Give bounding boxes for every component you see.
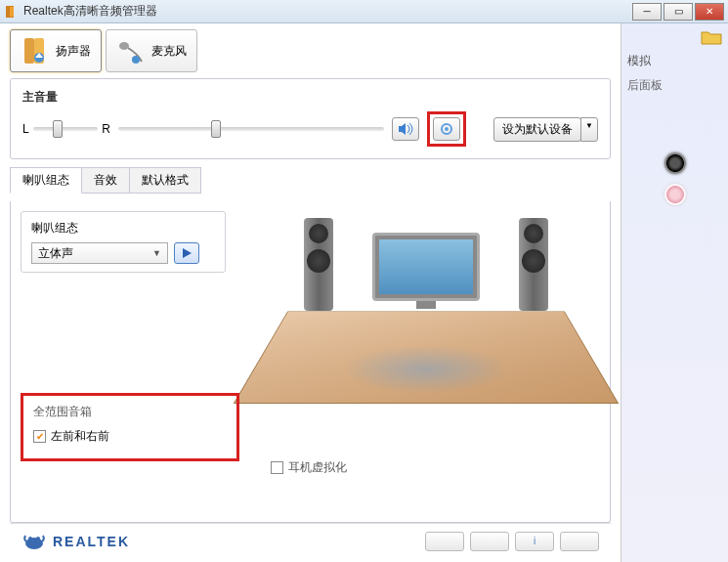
balance-right-label: R [102, 122, 110, 136]
tab-default-format[interactable]: 默认格式 [129, 167, 201, 194]
realtek-logo: REALTEK [21, 532, 130, 551]
headphone-virtualization-label: 耳机虚拟化 [288, 459, 347, 476]
device-tabs: 扬声器 麦克风 [10, 29, 611, 72]
side-sub: 后面板 [627, 77, 722, 94]
volume-label: 主音量 [22, 89, 598, 106]
svg-point-11 [36, 537, 40, 540]
footer: REALTEK i [10, 523, 611, 558]
test-play-button[interactable] [174, 242, 199, 264]
full-range-front-lr-checkbox[interactable]: ✔ 左前和右前 [33, 428, 109, 445]
right-speaker-graphic[interactable] [519, 218, 548, 311]
folder-icon[interactable] [701, 29, 722, 48]
brand-text: REALTEK [53, 534, 130, 549]
microphone-icon [116, 36, 146, 65]
svg-point-8 [445, 127, 449, 131]
balance-left-label: L [22, 122, 29, 136]
room-visualization [265, 213, 587, 438]
info-button[interactable]: i [515, 532, 554, 551]
highlight-box-connector [427, 111, 466, 147]
volume-slider[interactable] [118, 127, 384, 131]
crab-icon [21, 532, 47, 551]
svg-point-10 [28, 537, 32, 540]
checkbox-checked-icon: ✔ [33, 430, 46, 443]
side-panel: 模拟 后面板 [621, 23, 728, 562]
footer-button-2[interactable] [470, 532, 509, 551]
tab-speakers[interactable]: 扬声器 [10, 29, 102, 72]
svg-rect-2 [24, 38, 34, 64]
rear-jack-black[interactable] [664, 152, 686, 174]
monitor-graphic [372, 233, 480, 301]
titlebar: Realtek高清晰音频管理器 ─ ▭ ✕ [0, 0, 728, 23]
highlight-box-full-range: 全范围音箱 ✔ 左前和右前 [21, 393, 239, 461]
rear-jack-pink[interactable] [664, 184, 686, 205]
tab-microphone[interactable]: 麦克风 [106, 29, 197, 72]
tab-speakers-label: 扬声器 [56, 43, 91, 60]
speaker-sound-icon [398, 122, 413, 136]
left-speaker-graphic[interactable] [304, 218, 333, 311]
speaker-config-group: 喇叭组态 立体声 ▼ [21, 211, 226, 273]
ok-button[interactable] [560, 532, 599, 551]
set-default-dropdown[interactable]: ▼ [580, 117, 598, 142]
balance-slider[interactable]: L R [22, 122, 110, 136]
svg-rect-1 [10, 7, 14, 17]
footer-button-1[interactable] [425, 532, 464, 551]
headphone-virtualization-row: 耳机虚拟化 [271, 459, 347, 476]
play-icon [181, 247, 193, 259]
tab-sound-effect[interactable]: 音效 [81, 167, 130, 194]
set-default-button[interactable]: 设为默认设备 [493, 117, 581, 142]
speaker-config-label: 喇叭组态 [31, 220, 215, 237]
tab-speaker-config[interactable]: 喇叭组态 [10, 167, 82, 194]
headphone-virtualization-checkbox[interactable]: 耳机虚拟化 [271, 459, 347, 476]
maximize-button[interactable]: ▭ [664, 3, 693, 21]
full-range-title: 全范围音箱 [33, 404, 217, 420]
mute-button[interactable] [392, 117, 419, 141]
volume-panel: 主音量 L R [10, 78, 611, 159]
speaker-config-value: 立体声 [38, 245, 73, 262]
connector-settings-button[interactable] [433, 117, 460, 141]
config-panel: 喇叭组态 立体声 ▼ [10, 201, 611, 523]
app-icon [4, 4, 20, 20]
close-button[interactable]: ✕ [695, 3, 724, 21]
tab-microphone-label: 麦克风 [151, 43, 187, 60]
chevron-down-icon: ▼ [152, 248, 161, 258]
checkbox-unchecked-icon [271, 461, 283, 474]
svg-point-5 [119, 42, 129, 50]
config-tabs: 喇叭组态 音效 默认格式 [10, 167, 611, 194]
svg-point-6 [132, 56, 140, 64]
window-title: Realtek高清晰音频管理器 [23, 3, 630, 20]
connector-icon [440, 122, 453, 136]
minimize-button[interactable]: ─ [632, 3, 662, 21]
full-range-front-lr-label: 左前和右前 [51, 428, 109, 445]
svg-point-9 [25, 538, 43, 549]
side-title: 模拟 [627, 53, 722, 69]
speaker-config-select[interactable]: 立体声 ▼ [31, 242, 168, 264]
speaker-icon [21, 36, 50, 65]
